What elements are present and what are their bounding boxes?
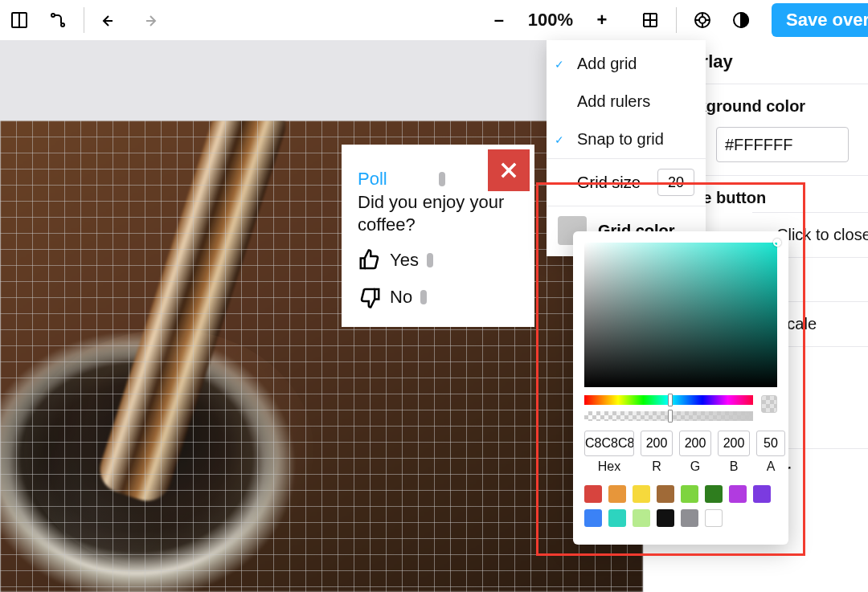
color-preset[interactable] — [657, 509, 674, 527]
color-value-row: Hex R G B A — [584, 431, 777, 474]
contrast-icon[interactable] — [722, 1, 760, 39]
zoom-level-label: 100% — [528, 10, 573, 31]
close-icon[interactable] — [488, 149, 530, 191]
g-label: G — [690, 459, 700, 474]
grid-size-label: Grid size — [577, 174, 641, 192]
poll-yes-result-bar — [427, 253, 433, 267]
thumbs-down-icon — [358, 285, 382, 309]
menu-item-label: Add grid — [577, 55, 637, 73]
svg-point-2 — [51, 14, 55, 17]
thumbs-up-icon — [358, 248, 382, 272]
poll-no-result-bar — [420, 290, 427, 304]
redo-icon[interactable] — [129, 1, 168, 39]
menu-item-add-grid[interactable]: ✓ Add grid — [547, 45, 706, 83]
saturation-value-field[interactable] — [584, 243, 777, 387]
a-input[interactable] — [756, 431, 785, 456]
current-color-swatch — [761, 395, 777, 413]
r-label: R — [652, 459, 661, 474]
toolbar-divider — [84, 7, 84, 33]
a-label: A — [767, 459, 776, 474]
save-button[interactable]: Save over — [772, 3, 868, 37]
b-input[interactable] — [718, 431, 750, 456]
color-preset[interactable] — [608, 509, 626, 527]
check-icon: ✓ — [555, 133, 569, 146]
menu-item-label: Snap to grid — [577, 130, 664, 149]
background-color-input[interactable] — [716, 127, 849, 162]
poll-choice-label: No — [390, 287, 412, 308]
zoom-controls: – 100% + — [480, 1, 669, 39]
color-presets — [584, 485, 777, 527]
hex-label: Hex — [598, 459, 620, 474]
hue-handle[interactable] — [668, 394, 673, 406]
poll-choice-no[interactable]: No — [358, 285, 518, 309]
r-input[interactable] — [641, 431, 673, 456]
undo-icon[interactable] — [91, 1, 129, 39]
poll-choice-label: Yes — [390, 250, 419, 271]
hex-input[interactable] — [584, 431, 634, 456]
grid-size-row: Grid size — [547, 158, 706, 206]
poll-title-result-bar — [439, 172, 445, 186]
sv-handle[interactable] — [773, 239, 781, 247]
color-preset[interactable] — [753, 485, 771, 503]
check-icon: ✓ — [555, 58, 569, 71]
color-preset[interactable] — [608, 485, 626, 503]
poll-choice-yes[interactable]: Yes — [358, 248, 518, 272]
grid-toggle-icon[interactable] — [631, 1, 669, 39]
poll-question: Did you enjoy your coffee? — [358, 191, 518, 235]
color-preset[interactable] — [657, 485, 674, 503]
color-picker-popover: Hex R G B A — [573, 231, 788, 545]
color-preset[interactable] — [584, 509, 602, 527]
menu-item-snap-to-grid[interactable]: ✓ Snap to grid — [547, 120, 706, 158]
zoom-in-icon[interactable]: + — [583, 1, 621, 39]
color-preset[interactable] — [633, 485, 650, 503]
hue-slider[interactable] — [584, 395, 753, 405]
color-preset[interactable] — [681, 485, 698, 503]
poll-title: Poll — [358, 169, 387, 190]
grid-dropdown: ✓ Add grid ✓ Add rulers ✓ Snap to grid G… — [547, 40, 706, 256]
path-icon[interactable] — [39, 1, 77, 39]
zoom-out-icon[interactable]: – — [480, 1, 518, 39]
layout-icon[interactable] — [0, 1, 39, 39]
alpha-slider[interactable] — [584, 411, 753, 421]
toolbar-divider — [676, 7, 677, 33]
help-icon[interactable] — [683, 1, 722, 39]
color-preset[interactable] — [681, 509, 698, 527]
color-preset[interactable] — [633, 509, 650, 527]
coffee-swirl-graphic — [24, 329, 313, 570]
color-preset[interactable] — [729, 485, 747, 503]
color-preset[interactable] — [584, 485, 602, 503]
color-preset[interactable] — [705, 485, 723, 503]
svg-point-11 — [699, 17, 706, 23]
top-toolbar: – 100% + Save over — [0, 0, 868, 40]
color-preset[interactable] — [705, 509, 723, 527]
b-label: B — [730, 459, 739, 474]
alpha-handle[interactable] — [668, 410, 673, 423]
menu-item-add-rulers[interactable]: ✓ Add rulers — [547, 83, 706, 120]
g-input[interactable] — [679, 431, 711, 456]
menu-item-label: Add rulers — [577, 92, 650, 111]
poll-widget[interactable]: Poll Did you enjoy your coffee? Yes No — [342, 145, 534, 327]
svg-point-3 — [61, 23, 64, 27]
grid-size-input[interactable] — [657, 169, 694, 196]
